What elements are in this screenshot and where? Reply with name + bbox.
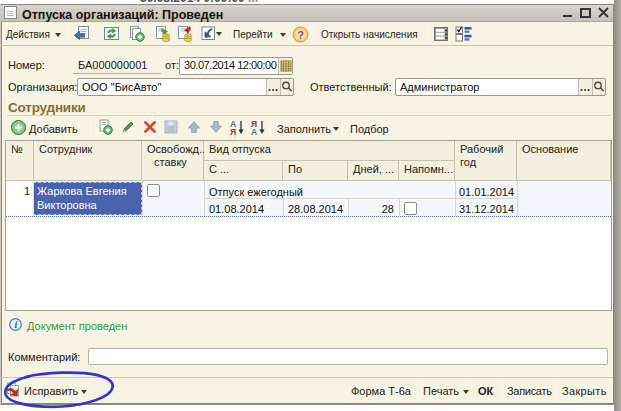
svg-text:?: ? xyxy=(297,29,304,41)
svg-text:А: А xyxy=(251,127,257,136)
svg-text:Я: Я xyxy=(230,127,236,136)
svg-text:i: i xyxy=(14,319,17,330)
